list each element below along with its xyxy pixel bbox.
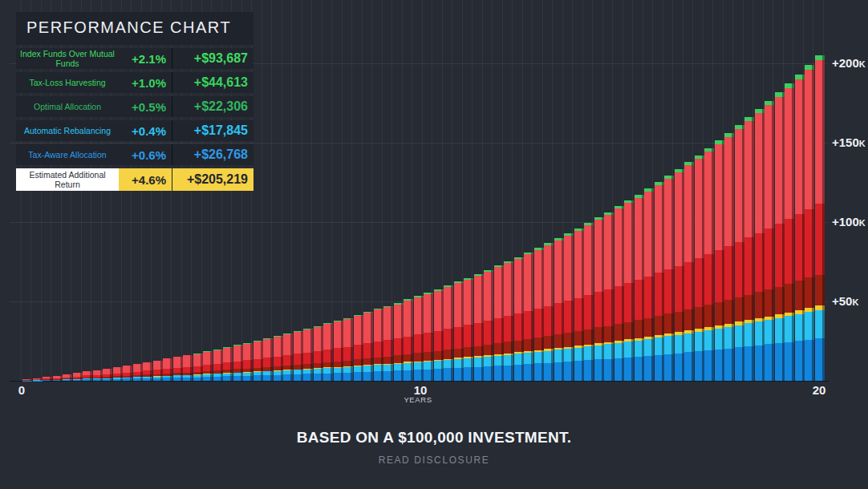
chart-bar[interactable] (534, 248, 544, 381)
chart-bar[interactable] (704, 148, 714, 381)
chart-bar[interactable] (153, 361, 163, 381)
chart-bar[interactable] (584, 223, 594, 381)
legend-row-percent: +2.1% (119, 48, 172, 69)
chart-bar[interactable] (203, 351, 213, 381)
chart-bar[interactable] (183, 355, 193, 381)
chart-bar[interactable] (383, 306, 393, 381)
chart-bar[interactable] (223, 347, 233, 381)
chart-bar[interactable] (113, 367, 123, 381)
chart-bar[interactable] (484, 270, 493, 381)
chart-bar[interactable] (544, 243, 554, 381)
chart-bar[interactable] (815, 55, 825, 381)
chart-bar[interactable] (735, 125, 744, 381)
chart-bar[interactable] (474, 274, 484, 381)
legend-row[interactable]: Index Funds Over Mutual Funds +2.1% +$93… (16, 48, 254, 69)
chart-bar[interactable] (314, 326, 323, 381)
chart-bar[interactable] (695, 156, 704, 381)
chart-bar[interactable] (343, 318, 353, 381)
chart-bar[interactable] (724, 133, 734, 381)
chart-bar[interactable] (374, 309, 383, 381)
legend-row[interactable]: Automatic Rebalancing +0.4% +$17,845 (16, 120, 254, 141)
chart-bar[interactable] (464, 278, 473, 381)
chart-bar[interactable] (22, 379, 32, 381)
chart-bar[interactable] (53, 376, 63, 381)
chart-bar[interactable] (755, 109, 765, 381)
chart-bar[interactable] (263, 338, 273, 381)
chart-bar[interactable] (675, 169, 684, 381)
chart-bar[interactable] (133, 364, 143, 381)
legend-row[interactable]: Optimal Allocation +0.5% +$22,306 (16, 96, 254, 117)
chart-bar[interactable] (664, 176, 674, 381)
chart-bar[interactable] (123, 366, 132, 381)
chart-bar[interactable] (554, 238, 564, 381)
chart-bar[interactable] (83, 371, 92, 381)
chart-bar[interactable] (274, 336, 283, 381)
chart-bar[interactable] (43, 377, 52, 381)
chart-bar[interactable] (323, 323, 333, 381)
chart-bar[interactable] (243, 343, 253, 381)
chart-bar[interactable] (394, 303, 404, 381)
bar-edge-shade (822, 55, 825, 381)
chart-bar[interactable] (303, 329, 313, 381)
chart-bar[interactable] (444, 285, 453, 381)
chart-bar[interactable] (684, 162, 694, 381)
chart-bar[interactable] (594, 217, 604, 381)
y-axis-tick: +150K (832, 135, 867, 149)
chart-bar[interactable] (574, 228, 584, 381)
legend-row[interactable]: Tax-Loss Harvesting +1.0% +$44,613 (16, 72, 254, 93)
vertical-gridline (311, 0, 312, 381)
legend-row-label: Optimal Allocation (16, 96, 119, 117)
chart-bar[interactable] (795, 75, 805, 381)
legend-total-amount: +$205,219 (172, 168, 254, 191)
chart-bar[interactable] (143, 362, 152, 381)
chart-bar[interactable] (363, 312, 373, 381)
legend-row-amount: +$22,306 (172, 96, 254, 117)
chart-bar[interactable] (785, 83, 794, 381)
chart-bar[interactable] (564, 233, 574, 381)
chart-bar[interactable] (504, 261, 513, 381)
chart-bar[interactable] (805, 65, 814, 381)
chart-bar[interactable] (775, 92, 785, 381)
chart-bar[interactable] (624, 200, 634, 381)
chart-bar[interactable] (163, 358, 172, 381)
chart-bar[interactable] (33, 378, 43, 381)
chart-bar[interactable] (103, 369, 112, 381)
chart-bar[interactable] (73, 373, 83, 381)
chart-bar[interactable] (715, 140, 724, 381)
chart-bar[interactable] (635, 195, 644, 381)
legend-total-row[interactable]: Estimated Additional Return +4.6% +$205,… (16, 168, 254, 191)
chart-bar[interactable] (434, 289, 444, 381)
chart-bar[interactable] (354, 315, 363, 381)
chart-bar[interactable] (614, 206, 624, 381)
y-axis-tick: +200K (832, 56, 867, 70)
legend-row[interactable]: Tax-Aware Allocation +0.6% +$26,768 (16, 144, 254, 165)
chart-bar[interactable] (424, 293, 433, 381)
legend-total-label: Estimated Additional Return (16, 168, 119, 191)
chart-bar[interactable] (454, 281, 464, 381)
legend-row-percent: +1.0% (119, 72, 172, 93)
vertical-gridline (302, 0, 302, 381)
chart-bar[interactable] (404, 299, 413, 381)
chart-bar[interactable] (655, 182, 664, 381)
chart-bar[interactable] (213, 350, 223, 381)
chart-area: +50K+100K+150K+200K01020 YEARS PERFORMAN… (0, 0, 868, 416)
chart-bar[interactable] (514, 257, 524, 381)
read-disclosure-link[interactable]: READ DISCLOSURE (379, 455, 490, 466)
chart-bar[interactable] (524, 253, 533, 381)
chart-bar[interactable] (334, 321, 343, 381)
chart-bar[interactable] (173, 357, 183, 381)
legend-row-label: Tax-Aware Allocation (16, 144, 119, 165)
chart-bar[interactable] (604, 212, 614, 381)
chart-bar[interactable] (254, 341, 263, 381)
chart-bar[interactable] (63, 374, 72, 381)
chart-bar[interactable] (294, 331, 303, 381)
chart-bar[interactable] (93, 370, 103, 381)
chart-bar[interactable] (644, 188, 654, 381)
chart-bar[interactable] (414, 296, 424, 381)
chart-bar[interactable] (283, 333, 293, 381)
chart-bar[interactable] (765, 101, 774, 381)
chart-bar[interactable] (193, 354, 203, 381)
chart-bar[interactable] (233, 345, 243, 381)
chart-bar[interactable] (494, 265, 504, 381)
chart-bar[interactable] (744, 117, 754, 381)
